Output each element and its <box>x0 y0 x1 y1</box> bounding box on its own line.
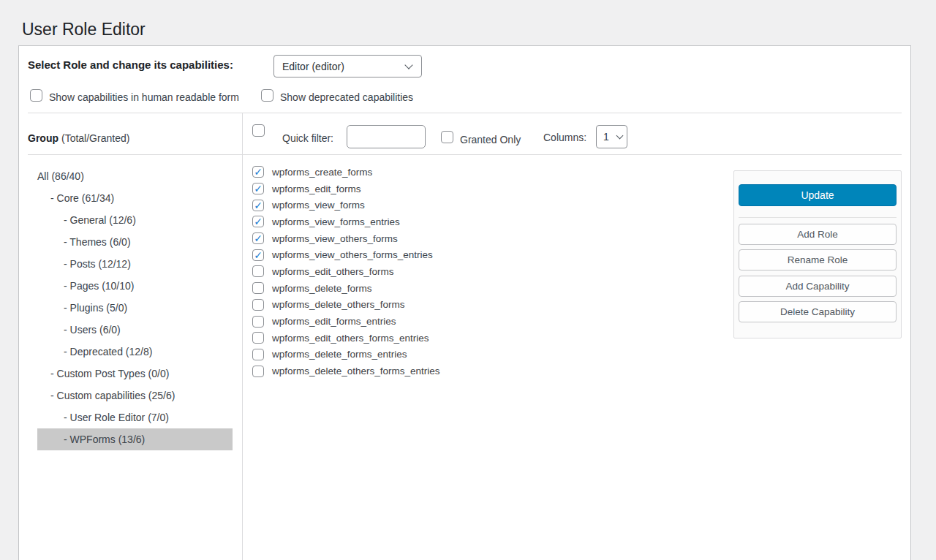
capability-row: wpforms_view_forms_entries <box>252 213 440 230</box>
granted-only-label: Granted Only <box>460 134 521 145</box>
divider <box>28 113 902 113</box>
role-select[interactable]: Editor (editor) <box>273 55 422 77</box>
capability-label: wpforms_delete_others_forms_entries <box>272 366 440 377</box>
role-select-value: Editor (editor) <box>282 61 344 72</box>
capability-checkbox[interactable] <box>252 249 264 261</box>
capability-row: wpforms_create_forms <box>252 164 440 181</box>
capability-row: wpforms_delete_forms_entries <box>252 347 440 363</box>
group-tree-item[interactable]: - Pages (10/10) <box>37 275 233 297</box>
show-deprecated-checkbox[interactable] <box>261 89 273 102</box>
capability-checkbox[interactable] <box>252 232 264 244</box>
capability-checkbox[interactable] <box>252 299 264 311</box>
group-tree-item[interactable]: All (86/40) <box>37 165 233 187</box>
update-button[interactable]: Update <box>739 184 897 206</box>
show-deprecated-label: Show deprecated capabilities <box>280 91 413 103</box>
capability-row: wpforms_edit_forms <box>252 181 440 197</box>
page-title: User Role Editor <box>22 19 146 41</box>
group-tree-item[interactable]: - Custom Post Types (0/0) <box>37 363 233 385</box>
group-tree-item[interactable]: - User Role Editor (7/0) <box>37 406 233 428</box>
rename-role-button[interactable]: Rename Role <box>739 249 897 270</box>
role-select-label: Select Role and change its capabilities: <box>28 58 233 71</box>
group-tree-item[interactable]: - Custom capabilities (25/6) <box>37 385 233 406</box>
capability-checkbox[interactable] <box>252 183 264 194</box>
vertical-divider <box>242 113 243 560</box>
chevron-down-icon <box>616 132 624 139</box>
capability-label: wpforms_create_forms <box>272 167 372 178</box>
capability-checkbox[interactable] <box>252 166 264 178</box>
columns-label: Columns: <box>543 132 586 143</box>
capability-label: wpforms_view_forms_entries <box>272 216 400 227</box>
capability-row: wpforms_edit_forms_entries <box>252 313 440 330</box>
capability-checkbox[interactable] <box>252 332 264 344</box>
group-tree-item[interactable]: - Users (6/0) <box>37 319 233 341</box>
capability-row: wpforms_view_others_forms_entries <box>252 246 440 263</box>
divider <box>28 154 902 155</box>
capability-label: wpforms_view_others_forms_entries <box>272 249 433 260</box>
human-readable-checkbox[interactable] <box>30 89 42 102</box>
capability-checkbox[interactable] <box>252 200 264 211</box>
capability-checkbox[interactable] <box>252 366 264 377</box>
capability-checkbox[interactable] <box>252 349 264 360</box>
capability-row: wpforms_edit_others_forms <box>252 263 440 280</box>
capability-checkbox[interactable] <box>252 216 264 227</box>
capability-label: wpforms_edit_others_forms <box>272 266 394 277</box>
capability-label: wpforms_edit_others_forms_entries <box>272 333 429 344</box>
capability-row: wpforms_delete_others_forms <box>252 297 440 314</box>
capability-label: wpforms_view_forms <box>272 200 365 211</box>
capability-row: wpforms_edit_others_forms_entries <box>252 330 440 347</box>
capability-checkbox[interactable] <box>252 316 264 328</box>
group-tree-item[interactable]: - Posts (12/12) <box>37 253 233 275</box>
capability-label: wpforms_view_others_forms <box>272 233 398 244</box>
granted-only-checkbox[interactable] <box>441 131 453 143</box>
add-role-button[interactable]: Add Role <box>739 224 897 245</box>
human-readable-label: Show capabilities in human readable form <box>49 91 239 103</box>
quick-filter-input[interactable] <box>347 125 426 148</box>
capability-label: wpforms_edit_forms_entries <box>272 316 396 327</box>
group-tree-item[interactable]: - Deprecated (12/8) <box>37 341 233 363</box>
capability-checkbox[interactable] <box>252 282 264 294</box>
group-heading: Group(Total/Granted) <box>28 132 129 144</box>
group-tree-item[interactable]: - Plugins (5/0) <box>37 297 233 319</box>
columns-select[interactable]: 1 <box>596 125 627 148</box>
capability-row: wpforms_view_forms <box>252 197 440 213</box>
divider <box>739 217 897 218</box>
group-tree-item[interactable]: - Themes (6/0) <box>37 231 233 253</box>
group-tree-item[interactable]: - Core (61/34) <box>37 187 233 209</box>
capability-label: wpforms_delete_forms <box>272 283 372 294</box>
capability-row: wpforms_delete_forms <box>252 280 440 297</box>
select-all-checkbox[interactable] <box>252 124 265 137</box>
add-capability-button[interactable]: Add Capability <box>739 276 897 297</box>
quick-filter-label: Quick filter: <box>282 132 333 144</box>
group-tree-item[interactable]: - WPForms (13/6) <box>37 428 233 450</box>
columns-select-value: 1 <box>603 131 609 143</box>
capability-label: wpforms_delete_others_forms <box>272 299 405 310</box>
capability-label: wpforms_delete_forms_entries <box>272 349 407 360</box>
delete-capability-button[interactable]: Delete Capability <box>739 301 897 322</box>
actions-panel: Update Add Role Rename Role Add Capabili… <box>733 170 902 338</box>
capability-checkbox[interactable] <box>252 265 264 277</box>
group-tree-item[interactable]: - General (12/6) <box>37 209 233 231</box>
group-tree: All (86/40)- Core (61/34)- General (12/6… <box>37 165 233 450</box>
capability-label: wpforms_edit_forms <box>272 183 361 194</box>
capability-row: wpforms_view_others_forms <box>252 230 440 247</box>
capability-list: wpforms_create_formswpforms_edit_formswp… <box>252 164 440 379</box>
capability-row: wpforms_delete_others_forms_entries <box>252 363 440 379</box>
chevron-down-icon <box>404 61 412 69</box>
